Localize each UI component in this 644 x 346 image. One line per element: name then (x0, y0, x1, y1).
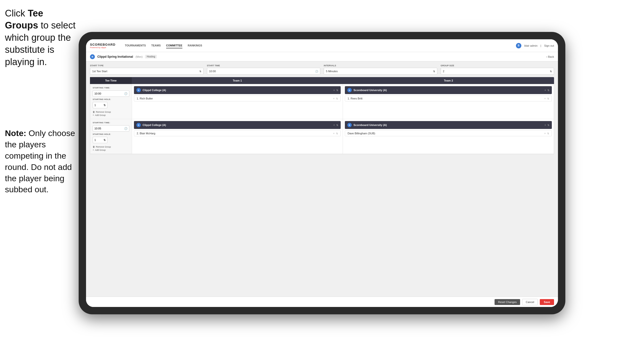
team1-card-actions-1: × ⇅ (333, 89, 338, 92)
hole-chevron-icon-1: ⇅ (104, 104, 106, 107)
add-group-btn-2[interactable]: + Add Group (93, 149, 129, 151)
instruction-prefix: Click (5, 8, 28, 18)
tee-time-col-1: STARTING TIME: 10:00 🕐 STARTING HOLE: 1 … (90, 84, 132, 119)
add-group-btn-1[interactable]: + Add Group (93, 114, 129, 116)
sign-out-link[interactable]: Sign out (544, 44, 554, 47)
team2-col-1: B Scoreboard University (A) × ⇅ 1. Rees … (343, 84, 554, 119)
starting-hole-input-2[interactable]: 1 ⇅ (93, 137, 108, 143)
team1-name-1: Clippd College (A) (142, 89, 166, 92)
team2-card-actions-2: × ⇅ (544, 124, 549, 126)
intervals-input[interactable]: 5 Minutes ⇅ (324, 68, 437, 75)
avatar: B (516, 43, 521, 48)
player-chevron-icon-1-1[interactable]: ⇅ (336, 97, 338, 100)
starting-time-value-2: 10:05 (94, 127, 101, 130)
nav-teams[interactable]: TEAMS (151, 43, 161, 48)
team2-x-icon-1[interactable]: × (544, 89, 546, 92)
th-tee-time: Tee Time (90, 77, 132, 84)
starting-hole-input-1[interactable]: 1 ⇅ (93, 102, 108, 108)
cancel-button[interactable]: Cancel (522, 299, 538, 305)
start-type-field: Start Type 1st Tee Start ⇅ (90, 64, 204, 75)
player-row-2-1[interactable]: 1. Rees Britt × ⇅ (345, 95, 552, 101)
hole-chevron-icon-2: ⇅ (104, 138, 106, 142)
group-size-input[interactable]: 2 ⇅ (441, 68, 554, 75)
team1-chevron-icon-2[interactable]: ⇅ (336, 124, 338, 126)
group-size-field: Group Size 2 ⇅ (441, 64, 554, 75)
team2-chevron-icon-1[interactable]: ⇅ (548, 89, 549, 92)
plus-icon-1: + (93, 114, 94, 116)
start-time-value: 10:00 (209, 70, 216, 73)
team2-card-inner-1: B Scoreboard University (A) (347, 88, 387, 92)
player-x-icon-2-1[interactable]: × (544, 97, 546, 100)
team1-x-icon-1[interactable]: × (333, 89, 335, 92)
starting-time-label-1: STARTING TIME: (93, 87, 129, 89)
player-x-icon-1-1[interactable]: × (333, 97, 334, 100)
tournament-name: Clippd Spring Invitational (97, 55, 133, 58)
team2-x-icon-2[interactable]: × (544, 124, 546, 126)
tablet-screen: SCOREBOARD Powered by clippd TOURNAMENTS… (86, 39, 558, 307)
settings-row: Start Type 1st Tee Start ⇅ Start Time 10… (90, 64, 554, 75)
breadcrumb: B Clippd Spring Invitational (Men) Hosti… (90, 54, 157, 59)
team1-badge-2: B (136, 123, 141, 127)
hosting-badge: Hosting (145, 55, 157, 58)
team1-x-icon-2[interactable]: × (333, 124, 335, 126)
remove-group-btn-1[interactable]: 🗑 Remove Group (93, 111, 129, 113)
group-size-label: Group Size (441, 64, 554, 67)
th-team1: Team 1 (132, 77, 343, 84)
player-chevron-icon-2-1[interactable]: ⇅ (547, 97, 549, 100)
start-type-input[interactable]: 1st Tee Start ⇅ (90, 68, 204, 75)
starting-hole-label-2: STARTING HOLE: (93, 133, 129, 135)
player-chevron-icon-1-2[interactable]: ⇅ (336, 132, 338, 135)
team1-card-inner-1: B Clippd College (A) (136, 88, 166, 92)
starting-hole-value-1: 1 (94, 104, 96, 107)
trash-icon-2: 🗑 (93, 146, 95, 148)
player-x-icon-1-2[interactable]: × (333, 132, 334, 135)
back-link[interactable]: ‹ Back (546, 55, 554, 58)
sub-header: B Clippd Spring Invitational (Men) Hosti… (86, 52, 558, 61)
logo-sub: Powered by clippd (90, 46, 116, 49)
team1-chevron-icon-1[interactable]: ⇅ (336, 89, 338, 92)
team2-name-2: Scoreboard University (A) (354, 123, 387, 126)
note-prefix: Note: (5, 128, 28, 138)
remove-group-btn-2[interactable]: 🗑 Remove Group (93, 146, 129, 148)
time-clock-icon-1: 🕐 (124, 92, 128, 95)
team2-chevron-icon-2[interactable]: ⇅ (548, 124, 549, 126)
tee-actions-1: 🗑 Remove Group + Add Group (93, 111, 129, 116)
table-header: Tee Time Team 1 Team 2 (90, 77, 554, 84)
note-body: Only choose the players competing in the… (5, 128, 75, 194)
bottom-bar: Reset Changes Cancel Save (86, 297, 558, 307)
gender-label: (Men) (136, 55, 142, 58)
tee-groups-container: STARTING TIME: 10:00 🕐 STARTING HOLE: 1 … (90, 84, 554, 154)
save-button[interactable]: Save (540, 299, 554, 305)
team2-badge-1: B (347, 88, 352, 92)
reset-changes-button[interactable]: Reset Changes (494, 299, 520, 305)
instruction-top: Click Tee Groups to select which group t… (5, 7, 76, 68)
player-row-1-1[interactable]: 1. Rich Butler × ⇅ (134, 95, 341, 101)
team1-card-1[interactable]: B Clippd College (A) × ⇅ (134, 86, 341, 94)
player-name-2-2: Dave Billingham (SUB) (348, 132, 375, 135)
team2-name-1: Scoreboard University (A) (354, 89, 387, 92)
intervals-field: Intervals 5 Minutes ⇅ (324, 64, 437, 75)
player-name-1-1: 1. Rich Butler (137, 97, 153, 100)
start-time-input[interactable]: 10:00 🕐 (207, 68, 320, 75)
team1-card-inner-2: B Clippd College (A) (136, 123, 166, 127)
player-row-1-2[interactable]: 2. Blair McHarg × ⇅ (134, 130, 341, 136)
team2-card-1[interactable]: B Scoreboard University (A) × ⇅ (345, 86, 552, 94)
team2-card-2[interactable]: B Scoreboard University (A) × ⇅ (345, 121, 552, 129)
team1-col-2: B Clippd College (A) × ⇅ 2. Blair McHarg (132, 119, 343, 154)
team1-col-1: B Clippd College (A) × ⇅ 1. Rich Butler (132, 84, 343, 119)
player-chevron-icon-2-2[interactable]: ⇅ (547, 132, 549, 135)
nav-tournaments[interactable]: TOURNAMENTS (125, 43, 146, 48)
intervals-chevron-icon: ⇅ (433, 70, 435, 73)
intervals-label: Intervals (324, 64, 437, 67)
starting-hole-value-2: 1 (94, 138, 96, 141)
team1-card-2[interactable]: B Clippd College (A) × ⇅ (134, 121, 341, 129)
start-time-label: Start Time (207, 64, 320, 67)
player-row-2-2[interactable]: Dave Billingham (SUB) × ⇅ (345, 130, 552, 136)
player-x-icon-2-2[interactable]: × (544, 132, 546, 135)
starting-time-input-1[interactable]: 10:00 🕐 (93, 90, 129, 97)
nav-committee[interactable]: COMMITTEE (166, 43, 182, 48)
main-content: Start Type 1st Tee Start ⇅ Start Time 10… (86, 61, 558, 297)
nav-rankings[interactable]: RANKINGS (188, 43, 202, 48)
starting-time-input-2[interactable]: 10:05 🕐 (93, 125, 129, 132)
time-clock-icon-2: 🕐 (124, 127, 128, 130)
